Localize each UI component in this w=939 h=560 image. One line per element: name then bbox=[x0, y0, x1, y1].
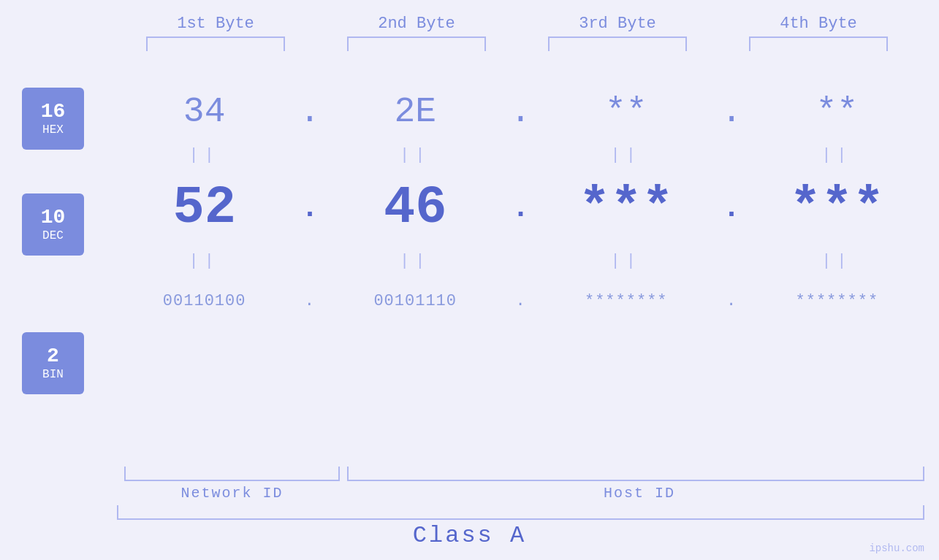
bin-byte3: ******** bbox=[546, 292, 707, 310]
host-id-label: Host ID bbox=[354, 485, 924, 502]
bin-dot3: . bbox=[721, 292, 742, 310]
hex-dot2: . bbox=[509, 92, 531, 131]
hex-byte2: 2E bbox=[335, 92, 495, 131]
byte-headers: 1st Byte 2nd Byte 3rd Byte 4th Byte bbox=[115, 15, 919, 33]
bin-base-number: 2 bbox=[47, 345, 59, 368]
bin-dot1: . bbox=[299, 292, 321, 310]
watermark: ipshu.com bbox=[869, 542, 924, 554]
class-label: Class A bbox=[0, 522, 939, 549]
bin-byte1: 00110100 bbox=[124, 292, 285, 310]
eq2-b2: || bbox=[335, 252, 495, 270]
eq2-b4: || bbox=[756, 252, 917, 270]
hex-dot1: . bbox=[299, 92, 321, 131]
dec-byte2: 46 bbox=[335, 178, 495, 238]
byte2-header: 2nd Byte bbox=[336, 15, 497, 33]
dec-byte1: 52 bbox=[124, 178, 285, 238]
equals-row2: || || || || bbox=[117, 248, 924, 274]
bracket-byte4 bbox=[749, 37, 888, 51]
network-id-bracket bbox=[124, 467, 340, 481]
eq2-b3: || bbox=[546, 252, 707, 270]
dec-dot3: . bbox=[721, 192, 742, 225]
host-id-bracket bbox=[347, 467, 924, 481]
byte3-header: 3rd Byte bbox=[537, 15, 698, 33]
bin-base-label: BIN bbox=[42, 368, 64, 381]
top-brackets bbox=[115, 37, 919, 51]
equals-row1: || || || || bbox=[117, 142, 924, 168]
full-bottom-bracket bbox=[117, 505, 924, 520]
hex-base-number: 16 bbox=[41, 101, 66, 123]
byte1-header: 1st Byte bbox=[135, 15, 296, 33]
eq2-b1: || bbox=[124, 252, 285, 270]
hex-base-box: 16 HEX bbox=[22, 88, 84, 150]
dec-dot2: . bbox=[509, 192, 531, 225]
dec-base-number: 10 bbox=[41, 207, 66, 229]
bracket-byte1 bbox=[146, 37, 285, 51]
data-grid: 34 . 2E . ** . ** || || || || 52 . 46 . … bbox=[117, 80, 924, 329]
bottom-section: Network ID Host ID bbox=[117, 467, 924, 502]
eq1-b3: || bbox=[546, 146, 707, 164]
bin-byte2: 00101110 bbox=[335, 292, 495, 310]
bin-row: 00110100 . 00101110 . ******** . *******… bbox=[117, 274, 924, 329]
dec-base-box: 10 DEC bbox=[22, 193, 84, 256]
dec-byte3: *** bbox=[546, 178, 707, 238]
eq1-b2: || bbox=[335, 146, 495, 164]
dec-dot1: . bbox=[299, 192, 321, 225]
hex-dot3: . bbox=[721, 92, 742, 131]
bin-dot2: . bbox=[509, 292, 531, 310]
dec-byte4: *** bbox=[756, 178, 917, 238]
byte4-header: 4th Byte bbox=[738, 15, 899, 33]
eq1-b1: || bbox=[124, 146, 285, 164]
dec-row: 52 . 46 . *** . *** bbox=[117, 168, 924, 248]
id-label-row: Network ID Host ID bbox=[117, 485, 924, 502]
hex-base-label: HEX bbox=[42, 123, 64, 137]
main-container: 1st Byte 2nd Byte 3rd Byte 4th Byte 16 H… bbox=[0, 0, 939, 560]
hex-byte3: ** bbox=[546, 92, 707, 131]
eq1-b4: || bbox=[756, 146, 917, 164]
bottom-bracket-row bbox=[117, 467, 924, 481]
dec-base-label: DEC bbox=[42, 229, 64, 242]
bin-base-box: 2 BIN bbox=[22, 332, 84, 394]
bracket-byte3 bbox=[548, 37, 687, 51]
bracket-byte2 bbox=[347, 37, 486, 51]
network-id-label: Network ID bbox=[117, 485, 347, 502]
hex-row: 34 . 2E . ** . ** bbox=[117, 80, 924, 142]
bin-byte4: ******** bbox=[756, 292, 917, 310]
hex-byte4: ** bbox=[756, 92, 917, 131]
hex-byte1: 34 bbox=[124, 92, 285, 131]
